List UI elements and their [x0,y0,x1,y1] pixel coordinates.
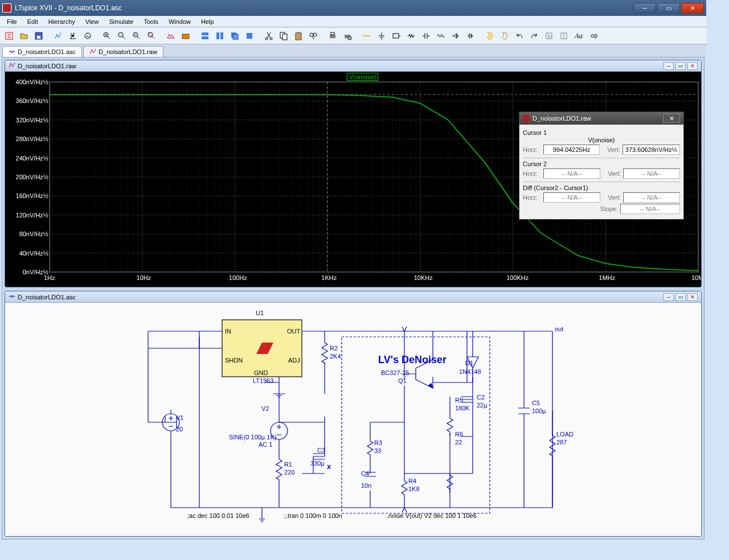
window-maximize-button[interactable]: ▭ [657,3,680,13]
zoom-in-icon[interactable] [100,29,114,43]
run-icon[interactable] [66,29,80,43]
q1-ref[interactable]: Q1 [398,377,407,384]
text-icon[interactable]: Aa [572,29,585,43]
find-icon[interactable] [306,29,320,43]
component-icon[interactable] [464,29,477,43]
drag-icon[interactable] [498,29,511,43]
cursor-dialog[interactable]: D_noisatorLDO1.raw ✕ Cursor 1 V(onoise) … [519,112,684,220]
spice-tran-directive[interactable]: ;.tran 0 100m 0 100n [284,512,342,519]
inductor-icon[interactable] [434,29,448,43]
net-out-label[interactable]: out [555,326,563,332]
r3-val[interactable]: 33 [374,447,381,454]
zoom-out-icon[interactable] [130,29,144,43]
r3-ref[interactable]: R3 [374,439,382,446]
diff-vert-value[interactable]: -- N/A-- [623,192,680,203]
cut-icon[interactable] [262,29,276,43]
r5-val[interactable]: 180K [455,405,470,411]
menu-help[interactable]: Help [196,17,219,26]
schematic-pane-titlebar[interactable]: D_noisatorLDO1.asc ─ ▭ ✕ [5,291,701,303]
pick-visible-traces-icon[interactable] [51,29,65,43]
capacitor-icon[interactable] [419,29,433,43]
cursor-dialog-titlebar[interactable]: D_noisatorLDO1.raw ✕ [519,112,683,125]
trace-label[interactable]: V(onoise) [347,73,378,81]
r6-ref[interactable]: R6 [455,431,463,438]
schematic-canvas[interactable]: U1 IN OUT SHDN ADJ GND LT1963 V1 20 V2 S… [5,303,701,536]
window-close-button[interactable]: ✕ [681,3,704,13]
menu-hierarchy[interactable]: Hierarchy [44,17,80,26]
c4-ref[interactable]: C4 [361,470,369,477]
mirror-icon[interactable] [557,29,571,43]
v2-ac[interactable]: AC 1 [259,441,272,448]
menu-tools[interactable]: Tools [139,17,163,26]
c3-ref[interactable]: C3 [317,447,325,454]
menu-view[interactable]: View [81,17,104,26]
r2-val[interactable]: 2K4 [330,353,341,360]
q1-model[interactable]: BC327-25 [381,369,409,376]
diff-horz-value[interactable]: -- N/A-- [543,192,600,203]
v2-val[interactable]: SINE(0 100µ 1K) [229,434,276,440]
move-icon[interactable] [483,29,497,43]
print-setup-icon[interactable] [341,29,354,43]
r2-ref[interactable]: R2 [330,345,338,352]
r1-val[interactable]: 220 [284,469,294,476]
tile-vertical-icon[interactable] [213,29,227,43]
rotate-icon[interactable]: ↻ [542,29,556,43]
schematic-maximize-button[interactable]: ▭ [675,293,686,301]
tile-horizontal-icon[interactable] [198,29,212,43]
tab-waveform[interactable]: D_noisatorLDO1.raw [83,46,163,57]
cursor2-horz-value[interactable]: -- N/A-- [543,168,600,179]
tab-schematic[interactable]: D_noisatorLDO1.asc [2,46,82,57]
v1-ref[interactable]: V1 [176,414,183,421]
zoom-fit-icon[interactable] [145,29,158,43]
v1-val[interactable]: 20 [176,426,183,433]
save-icon[interactable] [32,29,46,43]
c3-val[interactable]: 330µ [310,460,325,467]
plot-close-button[interactable]: ✕ [687,62,698,70]
autorange-icon[interactable] [164,29,178,43]
x-annotation[interactable]: x [327,462,331,471]
c2-ref[interactable]: C2 [477,394,485,401]
cascade-icon[interactable] [228,29,241,43]
schematic-close-button[interactable]: ✕ [687,293,698,301]
v2-ref[interactable]: V2 [261,405,269,412]
spice-ac-directive[interactable]: ;ac dec 100 0.01 10e6 [187,512,249,519]
c4-val[interactable]: 10n [361,482,371,489]
spice-noise-directive[interactable]: .noise V(out) V2 dec 100 1 10e6 [387,512,477,519]
pan-icon[interactable] [115,29,129,43]
cursor-dialog-close-button[interactable]: ✕ [663,114,680,123]
d1-model[interactable]: 1N4148 [459,368,481,375]
menu-file[interactable]: File [2,17,22,26]
close-all-icon[interactable] [243,29,256,43]
r4-ref[interactable]: R4 [408,477,416,484]
cursor1-vert-value[interactable]: 373.60628nV/Hz½ [622,145,680,155]
window-minimize-button[interactable]: ─ [633,3,656,13]
settings-icon[interactable] [179,29,193,43]
cursor2-vert-value[interactable]: -- N/A-- [623,168,680,179]
plot-pane-titlebar[interactable]: D_noisatorLDO1.raw ─ ▭ ✕ [5,60,701,72]
load-val[interactable]: 287 [556,439,567,446]
r4-val[interactable]: 1K8 [408,485,420,492]
diode-icon[interactable] [449,29,462,43]
u1-ref[interactable]: U1 [256,310,264,316]
redo-icon[interactable] [527,29,541,43]
denoiser-title[interactable]: LV's DeNoiser [378,354,447,366]
u1-model[interactable]: LT1963 [253,377,274,384]
halt-icon[interactable] [81,29,95,43]
c5-ref[interactable]: C5 [532,400,540,406]
load-ref[interactable]: LOAD [556,431,574,438]
print-icon[interactable] [326,29,339,43]
menu-edit[interactable]: Edit [23,17,43,26]
r6-val[interactable]: 22 [455,439,462,446]
cursor1-horz-value[interactable]: 994.04225Hz [543,145,600,155]
c2-val[interactable]: 22µ [477,402,488,409]
label-net-icon[interactable] [390,29,403,43]
new-schematic-icon[interactable] [2,29,16,43]
resistor-icon[interactable] [404,29,418,43]
draw-wire-icon[interactable] [360,29,374,43]
menu-simulate[interactable]: Simulate [104,17,138,26]
d1-ref[interactable]: D1 [465,360,473,367]
c5-val[interactable]: 100µ [532,407,546,414]
r5-ref[interactable]: R5 [455,397,463,403]
copy-icon[interactable] [277,29,290,43]
open-icon[interactable] [17,29,31,43]
